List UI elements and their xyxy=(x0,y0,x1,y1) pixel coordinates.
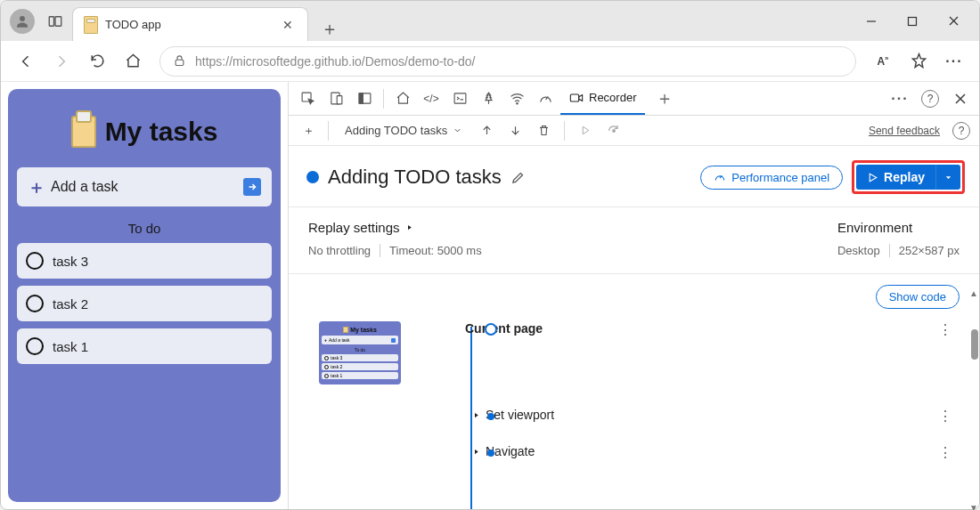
app-header: My tasks xyxy=(17,116,272,148)
timeout-value: Timeout: 5000 ms xyxy=(380,244,482,257)
clipboard-icon xyxy=(71,116,96,148)
replay-settings-heading[interactable]: Replay settings xyxy=(308,220,482,235)
task-item[interactable]: task 3 xyxy=(17,243,272,279)
inspect-element-button[interactable] xyxy=(294,85,321,112)
export-button[interactable] xyxy=(475,117,498,144)
devtools-tab-bar: </> Recorder ＋ ··· ? xyxy=(289,82,979,116)
settings-menu-button[interactable]: ··· xyxy=(938,45,970,77)
devtools-panel: </> Recorder ＋ ··· ? ＋ xyxy=(288,82,979,509)
workspaces-button[interactable] xyxy=(47,13,63,29)
submit-task-button[interactable] xyxy=(243,178,261,196)
task-label: task 1 xyxy=(53,339,88,354)
performance-tab[interactable] xyxy=(532,85,559,112)
send-feedback-link[interactable]: Send feedback xyxy=(869,125,940,137)
replay-settings-panel: Replay settings No throttling Timeout: 5… xyxy=(289,206,979,274)
welcome-tab[interactable] xyxy=(389,85,416,112)
scrollbar-thumb[interactable] xyxy=(971,329,978,360)
device-value: Desktop xyxy=(837,244,880,257)
step-set-viewport[interactable]: Set viewport xyxy=(472,408,931,422)
recording-name: Adding TODO tasks xyxy=(345,124,447,137)
replay-dropdown-button[interactable] xyxy=(935,165,960,190)
performance-panel-button[interactable]: Performance panel xyxy=(700,166,843,190)
edit-title-button[interactable] xyxy=(510,170,526,185)
perf-label: Performance panel xyxy=(731,171,829,184)
tab-title: TODO app xyxy=(105,18,272,31)
device-emulation-button[interactable] xyxy=(323,85,349,112)
recording-dot-icon xyxy=(306,171,319,183)
scroll-up-icon[interactable]: ▲ xyxy=(969,288,978,298)
timeline-node-icon xyxy=(487,449,494,457)
nav-toolbar: https://microsoftedge.github.io/Demos/de… xyxy=(1,41,979,82)
close-tab-button[interactable]: ✕ xyxy=(279,16,297,34)
new-tab-button[interactable]: ＋ xyxy=(317,17,342,41)
environment-heading: Environment xyxy=(837,220,960,235)
activity-bar-button[interactable] xyxy=(351,85,378,112)
recording-selector[interactable]: Adding TODO tasks xyxy=(338,121,470,140)
task-item[interactable]: task 1 xyxy=(17,328,272,364)
task-label: task 2 xyxy=(53,296,88,312)
home-button[interactable] xyxy=(117,45,149,77)
divider xyxy=(328,121,329,141)
screenshot-thumbnail[interactable]: My tasks +Add a task To do task 3 task 2… xyxy=(319,321,401,385)
help-icon[interactable]: ? xyxy=(952,122,970,140)
step-menu-button[interactable]: ⋮ xyxy=(931,444,960,461)
back-button[interactable] xyxy=(10,45,42,77)
import-button[interactable] xyxy=(503,117,527,144)
sources-tab[interactable] xyxy=(475,85,502,112)
content-area: My tasks ＋ Add a task To do task 3 task … xyxy=(1,82,979,509)
address-bar[interactable]: https://microsoftedge.github.io/Demos/de… xyxy=(159,46,856,77)
svg-point-18 xyxy=(613,129,616,132)
reload-button[interactable] xyxy=(81,45,113,77)
forward-button[interactable] xyxy=(45,45,78,77)
profile-button[interactable] xyxy=(10,9,35,34)
checkbox-icon[interactable] xyxy=(26,295,44,312)
svg-point-14 xyxy=(516,102,517,103)
step-menu-button[interactable]: ⋮ xyxy=(931,408,960,425)
svg-rect-15 xyxy=(570,94,578,101)
checkbox-icon[interactable] xyxy=(26,252,44,270)
new-recording-button[interactable]: ＋ xyxy=(298,117,319,144)
read-aloud-button[interactable]: A» xyxy=(867,45,899,77)
recorder-toolbar: ＋ Adding TODO tasks Send feedback ? xyxy=(289,116,979,146)
scroll-down-icon[interactable]: ▼ xyxy=(969,503,978,509)
close-devtools-button[interactable] xyxy=(947,85,974,112)
plus-icon: ＋ xyxy=(28,175,45,199)
step-menu-button[interactable]: ⋮ xyxy=(931,321,960,338)
replay-button[interactable]: Replay xyxy=(856,165,935,190)
add-task-input[interactable]: Add a task xyxy=(51,179,243,195)
steps-timeline: My tasks +Add a task To do task 3 task 2… xyxy=(289,312,979,509)
delete-button[interactable] xyxy=(532,117,555,144)
checkbox-icon[interactable] xyxy=(26,337,44,355)
task-item[interactable]: task 2 xyxy=(17,286,272,321)
more-tabs-button[interactable]: ＋ xyxy=(652,86,677,110)
elements-tab[interactable]: </> xyxy=(418,85,445,112)
continue-button[interactable] xyxy=(574,117,597,144)
svg-rect-2 xyxy=(55,16,61,26)
maximize-button[interactable] xyxy=(892,1,933,41)
step-button[interactable] xyxy=(602,117,625,144)
minimize-button[interactable] xyxy=(851,1,892,41)
divider xyxy=(564,121,565,141)
help-button[interactable]: ? xyxy=(917,85,943,112)
recorder-tab[interactable]: Recorder xyxy=(560,82,645,115)
viewport-dims: 252×587 px xyxy=(889,244,960,257)
svg-rect-7 xyxy=(176,60,184,65)
window-controls xyxy=(851,1,974,41)
scrollbar[interactable]: ▲ ▼ xyxy=(971,294,978,507)
replay-label: Replay xyxy=(884,170,925,184)
console-tab[interactable] xyxy=(446,85,473,112)
svg-rect-13 xyxy=(454,93,466,103)
tab-label: Recorder xyxy=(589,91,636,104)
clipboard-icon xyxy=(84,16,98,34)
more-tools-button[interactable]: ··· xyxy=(886,85,913,112)
favorite-button[interactable] xyxy=(902,45,935,77)
tab-strip: TODO app ✕ ＋ xyxy=(72,1,342,41)
step-navigate[interactable]: Navigate xyxy=(472,444,931,458)
close-window-button[interactable] xyxy=(933,1,974,41)
throttling-value: No throttling xyxy=(308,244,371,257)
tab-active[interactable]: TODO app ✕ xyxy=(72,7,308,41)
step-current-page[interactable]: Current page xyxy=(465,321,931,336)
show-code-button[interactable]: Show code xyxy=(876,285,960,309)
svg-point-0 xyxy=(20,16,25,21)
network-tab[interactable] xyxy=(503,85,530,112)
